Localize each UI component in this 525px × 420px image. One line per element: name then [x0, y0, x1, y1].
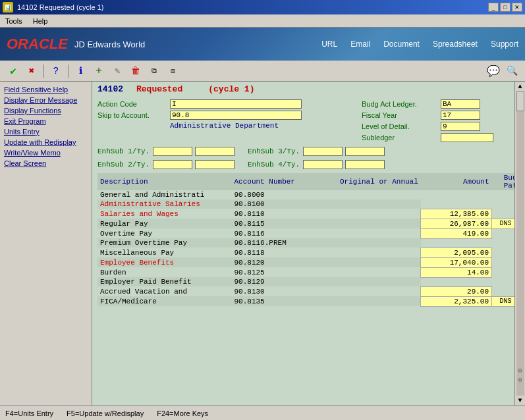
skip-account-label: Skip to Account.: [97, 111, 170, 119]
enhsub2-ty-input[interactable]: [195, 160, 235, 169]
scroll-circle-down[interactable]: ⊙: [518, 376, 522, 384]
enhsub4-label: EnhSub 4/Ty.: [248, 161, 300, 169]
menu-bar: Tools Help: [0, 14, 525, 28]
main-layout: Field Sensitive Help Display Error Messa…: [0, 82, 525, 406]
f24-key: F24=More Keys: [157, 409, 208, 417]
scroll-down-btn[interactable]: ▼: [518, 397, 522, 404]
nav-document[interactable]: Document: [383, 39, 420, 49]
cancel-button[interactable]: ✖: [24, 63, 40, 79]
dept-label: Administrative Department: [170, 122, 342, 130]
cell-empty: [326, 286, 421, 296]
budg-act-label: Budg Act Ledger.: [362, 100, 441, 108]
sidebar-display-error[interactable]: Display Error Message: [0, 95, 92, 105]
nav-links: URL Email Document Spreadsheet Support: [321, 39, 518, 49]
copy-button[interactable]: ⧉: [146, 63, 162, 79]
sidebar-update-redisplay[interactable]: Update with Redisplay: [0, 137, 92, 147]
fiscal-year-input[interactable]: [441, 111, 480, 120]
menu-tools[interactable]: Tools: [3, 16, 25, 26]
subledger-label: Subledger: [362, 134, 441, 142]
cell-amount: [421, 190, 492, 199]
nav-spreadsheet[interactable]: Spreadsheet: [433, 39, 478, 49]
info-button[interactable]: ℹ: [72, 63, 88, 79]
cell-account: 90.8125: [232, 267, 327, 277]
subledger-input[interactable]: [441, 133, 493, 142]
enhsub4-input[interactable]: [303, 160, 343, 169]
cell-empty: [326, 209, 421, 219]
cell-description: Salaries and Wages: [97, 209, 232, 219]
scroll-track[interactable]: ⊙ ⊙: [516, 92, 524, 396]
level-detail-input[interactable]: [441, 122, 480, 131]
level-detail-label: Level of Detail.: [362, 122, 441, 130]
scroll-thumb[interactable]: [516, 92, 524, 111]
enhsub2-input[interactable]: [153, 160, 192, 169]
enhsub2-label: EnhSub 2/Ty.: [97, 161, 150, 169]
oracle-logo: ORACLE JD Edwards World: [7, 36, 145, 53]
ok-button[interactable]: ✔: [5, 63, 21, 79]
table-row: Salaries and Wages 90.8110 12,385.00: [97, 209, 520, 219]
cell-empty: [326, 296, 421, 306]
sidebar-units-entry[interactable]: Units Entry: [0, 126, 92, 137]
fiscal-year-label: Fiscal Year: [362, 111, 441, 119]
table-row: Premium Overtime Pay 90.8116.PREM: [97, 238, 520, 248]
action-code-input[interactable]: [170, 99, 302, 109]
f5-key: F5=Update w/Redisplay: [67, 409, 144, 417]
cell-amount: 2,325.00: [421, 296, 492, 306]
nav-support[interactable]: Support: [491, 39, 518, 49]
help-button[interactable]: ?: [48, 63, 64, 79]
sidebar-field-sensitive-help[interactable]: Field Sensitive Help: [0, 84, 92, 95]
table-row: Overtime Pay 90.8116 419.00: [97, 228, 520, 238]
paste-button[interactable]: ⧈: [165, 63, 180, 79]
enhsub1-input[interactable]: [153, 147, 192, 156]
col-amount: Amount: [421, 173, 492, 190]
menu-help[interactable]: Help: [30, 16, 51, 26]
enhsub1-ty-input[interactable]: [195, 147, 235, 156]
cell-empty: [326, 228, 421, 238]
edit-button[interactable]: ✎: [109, 63, 125, 79]
enhsub3-label: EnhSub 3/Ty.: [248, 147, 300, 155]
cell-description: FICA/Medicare: [97, 296, 232, 306]
cell-description: Employer Paid Benefit: [97, 277, 232, 286]
scroll-circle-up[interactable]: ⊙: [518, 367, 522, 375]
sidebar-clear-screen[interactable]: Clear Screen: [0, 158, 92, 169]
sidebar-exit-program[interactable]: Exit Program: [0, 116, 92, 126]
cell-description: Burden: [97, 267, 232, 277]
nav-url[interactable]: URL: [321, 39, 337, 49]
sidebar-display-functions[interactable]: Display Functions: [0, 105, 92, 116]
cell-empty: [326, 267, 421, 277]
sidebar-write-view-memo[interactable]: Write/View Memo: [0, 147, 92, 158]
delete-button[interactable]: 🗑: [128, 63, 144, 79]
budg-act-row: Budg Act Ledger.: [362, 99, 520, 109]
close-button[interactable]: ✕: [512, 3, 522, 12]
cell-empty: [326, 199, 421, 209]
cell-description: Miscellaneous Pay: [97, 248, 232, 257]
skip-account-input[interactable]: [170, 111, 302, 120]
table-row: General and Administrati 90.8000: [97, 190, 520, 199]
status-bar: F4=Units Entry F5=Update w/Redisplay F24…: [0, 406, 525, 420]
cell-account: 90.8000: [232, 190, 327, 199]
form-header: 14102 Requested (cycle 1): [97, 84, 520, 94]
title-bar: 📊 14102 Requested (cycle 1) _ □ ✕: [0, 0, 525, 14]
budg-act-input[interactable]: [441, 99, 480, 109]
nav-email[interactable]: Email: [350, 39, 370, 49]
search-button[interactable]: 🔍: [504, 63, 520, 79]
separator-2: [68, 65, 69, 78]
table-row: Miscellaneous Pay 90.8118 2,095.00: [97, 248, 520, 257]
minimize-button[interactable]: _: [488, 3, 499, 12]
chat-button[interactable]: 💬: [485, 63, 501, 79]
scroll-up-btn[interactable]: ▲: [518, 83, 522, 90]
cell-empty: [326, 219, 421, 228]
cell-account: 90.8120: [232, 257, 327, 267]
enhsub3-ty-input[interactable]: [345, 147, 385, 156]
cell-empty: [326, 190, 421, 199]
sidebar: Field Sensitive Help Display Error Messa…: [0, 82, 92, 406]
maximize-button[interactable]: □: [500, 3, 511, 12]
f4-key: F4=Units Entry: [5, 409, 53, 417]
enhsub3-input[interactable]: [303, 147, 343, 156]
fiscal-year-row: Fiscal Year: [362, 111, 520, 120]
enhsub4-ty-input[interactable]: [345, 160, 385, 169]
add-button[interactable]: +: [91, 63, 107, 79]
cell-empty: [326, 277, 421, 286]
scrollbar[interactable]: ▲ ⊙ ⊙ ▼: [514, 82, 525, 406]
skip-account-row: Skip to Account.: [97, 111, 342, 120]
form-status: Requested (cycle 1): [136, 84, 254, 94]
